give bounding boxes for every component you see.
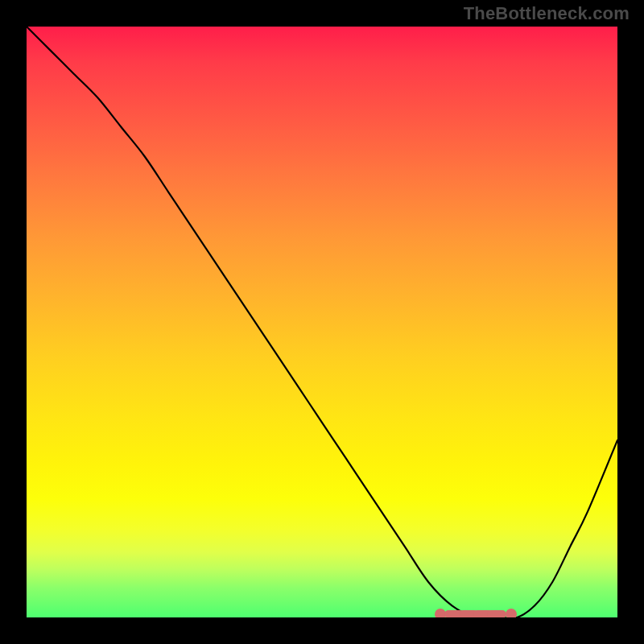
- watermark-text: TheBottleneck.com: [464, 3, 630, 24]
- optimal-region-markers: [27, 27, 617, 617]
- plot-area: [27, 27, 617, 617]
- marker-bar-icon: [487, 610, 506, 617]
- marker-dot-icon: [506, 609, 517, 617]
